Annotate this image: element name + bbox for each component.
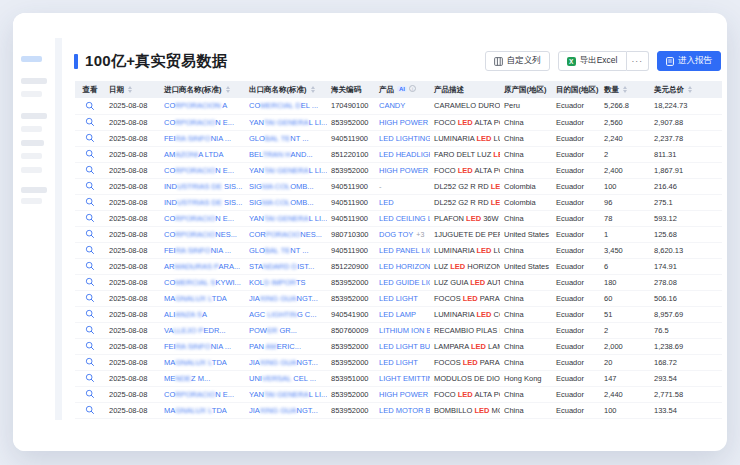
product-more-badge[interactable]: +3 xyxy=(416,231,424,238)
view-details-icon[interactable] xyxy=(85,389,95,399)
sidebar-skeleton-item[interactable] xyxy=(21,153,42,159)
sidebar-skeleton-item[interactable] xyxy=(21,198,42,204)
importer-name-link[interactable]: CORPORACION E... xyxy=(164,166,234,175)
exporter-name-link[interactable]: SIGMA COLOMB... xyxy=(249,182,314,191)
sidebar-skeleton-item[interactable] xyxy=(21,91,42,97)
exporter-name-link[interactable]: YANTAI GENERAL LI... xyxy=(249,166,327,175)
sort-carets-icon[interactable] xyxy=(226,86,230,93)
product-link[interactable]: LED MOTOR BULB xyxy=(379,406,430,415)
view-details-icon[interactable] xyxy=(85,245,95,255)
product-link[interactable]: LED LIGHT BULB xyxy=(379,342,430,351)
importer-name-link[interactable]: CORPORACION A xyxy=(164,101,227,110)
view-details-icon[interactable] xyxy=(85,101,95,111)
export-excel-button[interactable]: X 导出Excel xyxy=(558,51,627,71)
info-circle-icon[interactable]: i xyxy=(409,85,416,92)
exporter-name-link[interactable]: PAN AMERIC... xyxy=(249,342,301,351)
exporter-name-link[interactable]: CORPORACIONES... xyxy=(249,230,322,239)
product-link[interactable]: LED CEILING LIGHT xyxy=(379,214,430,223)
product-link[interactable]: LED xyxy=(379,198,394,207)
col-header-date[interactable]: 日期 xyxy=(105,81,160,98)
product-link[interactable]: LED LAMP xyxy=(379,310,416,319)
view-details-icon[interactable] xyxy=(85,229,95,239)
product-link[interactable]: HIGH POWER LED F xyxy=(379,118,430,127)
exporter-name-link[interactable]: GLOBAL TENT ... xyxy=(249,246,308,255)
importer-name-link[interactable]: INDUSTRIAS DE SIS... xyxy=(164,182,242,191)
importer-name-link[interactable]: CORPORACION E... xyxy=(164,390,234,399)
importer-name-link[interactable]: CORPORACION E... xyxy=(164,118,234,127)
col-header-usd[interactable]: 美元总价 xyxy=(650,81,722,98)
sidebar-item-active[interactable] xyxy=(21,56,42,62)
exporter-name-link[interactable]: GLOBAL TENT ... xyxy=(249,134,308,143)
exporter-name-link[interactable]: COMERCIAL DEL ... xyxy=(249,101,318,110)
enter-report-button[interactable]: 进入报告 xyxy=(657,51,721,71)
product-link[interactable]: LED LIGHT xyxy=(379,358,418,367)
exporter-name-link[interactable]: KOLD IMPORTS xyxy=(249,278,306,287)
product-link[interactable]: LITHIUM ION BATTE xyxy=(379,326,430,335)
col-header-importer[interactable]: 进口商名称(标准) xyxy=(160,81,245,98)
view-details-icon[interactable] xyxy=(85,197,95,207)
product-link[interactable]: DOG TOY xyxy=(379,230,413,239)
importer-name-link[interactable]: COMERCIAL SKYWI... xyxy=(164,278,241,287)
exporter-name-link[interactable]: JIAXING GUANGT... xyxy=(249,358,318,367)
product-link[interactable]: LED LIGHTING xyxy=(379,134,430,143)
exporter-name-link[interactable]: AGC LIGHTING C... xyxy=(249,310,317,319)
product-link[interactable]: LED HORIZONTAL L xyxy=(379,262,430,271)
sort-carets-icon[interactable] xyxy=(311,86,315,93)
exporter-name-link[interactable]: YANTAI GENERAL LI... xyxy=(249,390,327,399)
exporter-name-link[interactable]: YANTAI GENERAL LI... xyxy=(249,214,327,223)
view-details-icon[interactable] xyxy=(85,165,95,175)
view-details-icon[interactable] xyxy=(85,293,95,303)
exporter-name-link[interactable]: POWER GR... xyxy=(249,326,297,335)
exporter-name-link[interactable]: UNIVERSAL CEL ... xyxy=(249,374,316,383)
sidebar-skeleton-item[interactable] xyxy=(21,113,47,119)
view-details-icon[interactable] xyxy=(85,133,95,143)
importer-name-link[interactable]: MENDEZ M... xyxy=(164,374,210,383)
customize-columns-button[interactable]: 自定义列 xyxy=(485,51,550,71)
product-link[interactable]: HIGH POWER LED F xyxy=(379,166,430,175)
view-details-icon[interactable] xyxy=(85,117,95,127)
view-details-icon[interactable] xyxy=(85,149,95,159)
importer-name-link[interactable]: FEIRA SINFONIA ... xyxy=(164,342,231,351)
importer-name-link[interactable]: MAGNALUX LTDA xyxy=(164,406,227,415)
product-link[interactable]: LED LIGHT xyxy=(379,294,418,303)
sidebar-skeleton-item[interactable] xyxy=(21,126,42,132)
importer-name-link[interactable]: CORPORACIONES... xyxy=(164,230,237,239)
product-link[interactable]: LED GUIDE LIGHT T xyxy=(379,278,430,287)
col-header-qty[interactable]: 数量 xyxy=(600,81,650,98)
view-details-icon[interactable] xyxy=(85,325,95,335)
sort-carets-icon[interactable] xyxy=(688,86,692,93)
view-details-icon[interactable] xyxy=(85,405,95,415)
product-link[interactable]: HIGH POWER LED F xyxy=(379,390,430,399)
importer-name-link[interactable]: VALLEJO PEDR... xyxy=(164,326,226,335)
importer-name-link[interactable]: ARMADURAS PARA... xyxy=(164,262,240,271)
importer-name-link[interactable]: MAGNALUX LTDA xyxy=(164,294,227,303)
product-link[interactable]: LIGHT EMITTIN xyxy=(379,374,430,383)
sidebar-skeleton-item[interactable] xyxy=(21,78,47,84)
sidebar-skeleton-item[interactable] xyxy=(21,167,42,173)
view-details-icon[interactable] xyxy=(85,341,95,351)
view-details-icon[interactable] xyxy=(85,181,95,191)
importer-name-link[interactable]: CORPORACION E... xyxy=(164,214,234,223)
exporter-name-link[interactable]: STANDARD DIST... xyxy=(249,262,314,271)
view-details-icon[interactable] xyxy=(85,373,95,383)
col-header-exporter[interactable]: 出口商名称(标准) xyxy=(245,81,327,98)
importer-name-link[interactable]: INDUSTRIAS DE SIS... xyxy=(164,198,242,207)
view-details-icon[interactable] xyxy=(85,277,95,287)
importer-name-link[interactable]: FEIRA SINFONIA ... xyxy=(164,246,231,255)
exporter-name-link[interactable]: JIAXING GUANGT... xyxy=(249,294,318,303)
importer-name-link[interactable]: MAGNALUX LTDA xyxy=(164,358,227,367)
exporter-name-link[interactable]: SIGMA COLOMB... xyxy=(249,198,314,207)
more-options-button[interactable]: ··· xyxy=(627,51,650,71)
view-details-icon[interactable] xyxy=(85,309,95,319)
exporter-name-link[interactable]: JIAXING GUANGT... xyxy=(249,406,318,415)
exporter-name-link[interactable]: YANTAI GENERAL LI... xyxy=(249,118,327,127)
exporter-name-link[interactable]: BELTRAN HAND... xyxy=(249,150,313,159)
product-link[interactable]: CANDY xyxy=(379,101,405,110)
view-details-icon[interactable] xyxy=(85,261,95,271)
importer-name-link[interactable]: ALIANZA SA xyxy=(164,310,207,319)
importer-name-link[interactable]: FEIRA SINFONIA ... xyxy=(164,134,231,143)
sidebar-skeleton-item[interactable] xyxy=(21,140,44,146)
sort-carets-icon[interactable] xyxy=(623,86,627,93)
sidebar-skeleton-item[interactable] xyxy=(21,187,47,193)
importer-name-link[interactable]: AMAZONIA LTDA xyxy=(164,150,223,159)
